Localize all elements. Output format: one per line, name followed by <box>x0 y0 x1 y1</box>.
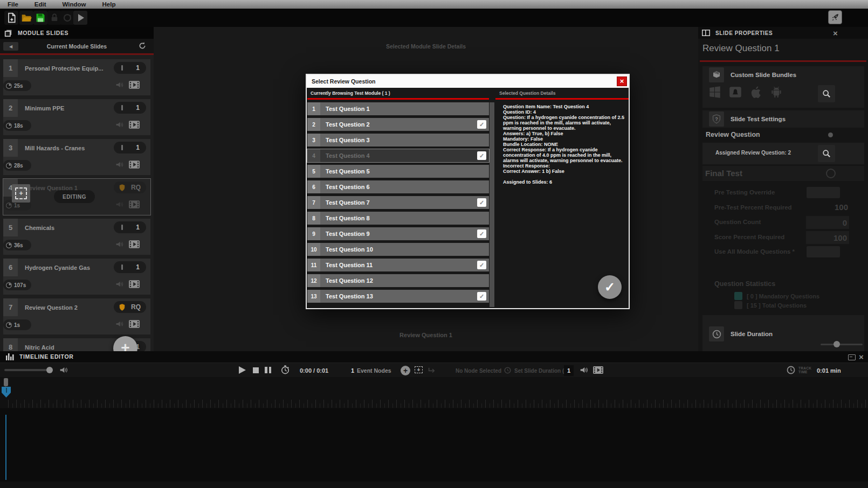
film-icon[interactable] <box>129 161 140 169</box>
assigned-checkbox[interactable]: ✓ <box>477 120 486 129</box>
review-question-radio[interactable] <box>828 133 833 137</box>
question-row-6[interactable]: 6Test Question 6 <box>307 180 489 193</box>
slide-card-2[interactable]: 2Minimum PPE118s <box>3 99 150 135</box>
slide-name-field[interactable]: Review Question 1 <box>702 43 780 54</box>
question-row-7[interactable]: 7Test Question 7✓ <box>307 196 489 209</box>
launch-button[interactable] <box>828 10 842 24</box>
slide-duration-input[interactable]: 1 <box>564 365 574 376</box>
node-marker-icon[interactable]: + <box>415 366 423 373</box>
question-list-scrollbar[interactable] <box>490 102 494 307</box>
timeline-ruler[interactable] <box>0 377 868 408</box>
question-row-2[interactable]: 2Test Question 2✓ <box>307 118 489 131</box>
question-number: 13 <box>307 290 320 303</box>
slide-card-5[interactable]: 5Chemicals136s <box>3 219 150 255</box>
menu-item-help[interactable]: Help <box>102 1 116 8</box>
speaker-icon[interactable] <box>580 366 589 374</box>
confirm-selection-button[interactable]: ✓ <box>598 275 622 299</box>
speaker-icon[interactable] <box>115 241 124 248</box>
speaker-icon[interactable] <box>115 121 124 128</box>
film-icon[interactable] <box>129 81 140 89</box>
field-toggle[interactable] <box>807 246 840 257</box>
final-test-option[interactable]: Final Test <box>702 166 864 181</box>
test-settings-header[interactable]: ? Slide Test Settings <box>709 111 786 127</box>
slide-duration-header[interactable]: Slide Duration <box>709 326 773 341</box>
question-row-9[interactable]: 9Test Question 9✓ <box>307 227 489 240</box>
refresh-icon[interactable] <box>138 41 147 50</box>
review-question-option[interactable]: Review Question <box>706 131 760 138</box>
question-row-3[interactable]: 3Test Question 3 <box>307 134 489 147</box>
slide-card-4[interactable]: 4Review Question 1RQ1s+EDITING <box>3 179 150 215</box>
assigned-checkbox[interactable]: ✓ <box>477 151 486 160</box>
film-icon[interactable] <box>129 320 140 328</box>
open-project-button[interactable] <box>19 11 33 25</box>
field-value-cell[interactable]: 100 <box>806 231 849 244</box>
browse-questions-button[interactable] <box>818 145 835 162</box>
film-icon[interactable] <box>129 121 140 129</box>
slide-count-toggle[interactable]: 1 <box>114 142 146 154</box>
speaker-icon[interactable] <box>59 366 68 374</box>
question-row-12[interactable]: 12Test Question 12 <box>307 274 489 287</box>
slide-count-toggle[interactable]: 1 <box>114 261 146 273</box>
assigned-review-question-row[interactable]: Assigned Review Question: 2 <box>702 143 864 164</box>
final-test-radio[interactable] <box>826 169 836 178</box>
browse-bundles-button[interactable] <box>818 85 835 102</box>
slide-count-toggle[interactable]: 1 <box>114 102 146 114</box>
slide-card-7[interactable]: 7Review Question 2RQ1s <box>3 298 150 334</box>
new-document-button[interactable] <box>4 11 18 25</box>
volume-slider-knob[interactable] <box>46 367 53 373</box>
question-row-1[interactable]: 1Test Question 1 <box>307 102 489 115</box>
volume-slider-track[interactable] <box>4 369 50 371</box>
speaker-icon[interactable] <box>115 201 124 208</box>
module-slides-tab[interactable]: MODULE SLIDES <box>0 27 154 39</box>
preview-play-button[interactable] <box>73 11 87 25</box>
question-row-11[interactable]: 11Test Question 11✓ <box>307 259 489 271</box>
play-button[interactable] <box>239 366 246 374</box>
add-node-button[interactable]: + <box>401 366 410 375</box>
menu-item-file[interactable]: File <box>8 1 18 8</box>
film-icon[interactable] <box>129 280 140 288</box>
duration-slider-knob[interactable] <box>833 341 840 347</box>
review-question-badge[interactable]: RQ <box>114 301 146 313</box>
question-row-8[interactable]: 8Test Question 8 <box>307 212 489 225</box>
stopwatch-icon[interactable] <box>281 365 290 375</box>
film-icon[interactable] <box>129 200 140 208</box>
stop-button[interactable] <box>253 367 259 373</box>
close-properties-icon[interactable]: × <box>833 29 838 37</box>
slide-card-3[interactable]: 3Mill Hazards - Cranes128s <box>3 139 150 175</box>
assigned-checkbox[interactable]: ✓ <box>477 261 486 269</box>
speaker-icon[interactable] <box>115 161 124 168</box>
question-row-10[interactable]: 10Test Question 10 <box>307 243 489 256</box>
speaker-icon[interactable] <box>115 281 124 288</box>
assigned-checkbox[interactable]: ✓ <box>477 198 486 207</box>
custom-bundles-header[interactable]: Custom Slide Bundles <box>709 67 796 82</box>
dialog-title-bar[interactable]: Select Review Question × <box>307 75 629 88</box>
save-button[interactable] <box>33 11 47 25</box>
back-button[interactable]: ◀ <box>3 42 18 51</box>
slide-count-toggle[interactable]: 1 <box>114 62 146 74</box>
question-row-13[interactable]: 13Test Question 13✓ <box>307 290 489 303</box>
field-toggle[interactable] <box>807 187 840 198</box>
slide-card-6[interactable]: 6Hydrogen Cyanide Gas1107s <box>3 259 150 295</box>
film-icon[interactable] <box>129 240 140 248</box>
timeline-track-area[interactable] <box>0 408 868 482</box>
question-row-5[interactable]: 5Test Question 5 <box>307 165 489 178</box>
dialog-close-button[interactable]: × <box>617 76 627 86</box>
menu-item-window[interactable]: Window <box>63 1 86 8</box>
menu-item-edit[interactable]: Edit <box>35 1 46 8</box>
playhead-stub[interactable] <box>4 378 8 386</box>
question-row-4[interactable]: 4Test Question 4✓ <box>307 149 489 162</box>
expand-timeline-icon[interactable] <box>848 354 856 360</box>
assigned-checkbox[interactable]: ✓ <box>477 229 486 238</box>
field-value-cell[interactable]: 0 <box>806 216 849 229</box>
duration-slider-track[interactable] <box>821 344 863 345</box>
close-timeline-icon[interactable]: × <box>859 353 864 361</box>
review-question-badge[interactable]: RQ <box>114 182 146 193</box>
slide-count-toggle[interactable]: 1 <box>114 221 146 233</box>
assigned-checkbox[interactable]: ✓ <box>477 292 486 301</box>
pause-button[interactable] <box>265 367 271 373</box>
slide-card-1[interactable]: 1Personal Protective Equip...125s <box>3 59 150 95</box>
film-icon[interactable] <box>593 366 603 374</box>
speaker-icon[interactable] <box>115 81 124 88</box>
speaker-icon[interactable] <box>115 320 124 327</box>
ruler-tick <box>801 400 801 408</box>
